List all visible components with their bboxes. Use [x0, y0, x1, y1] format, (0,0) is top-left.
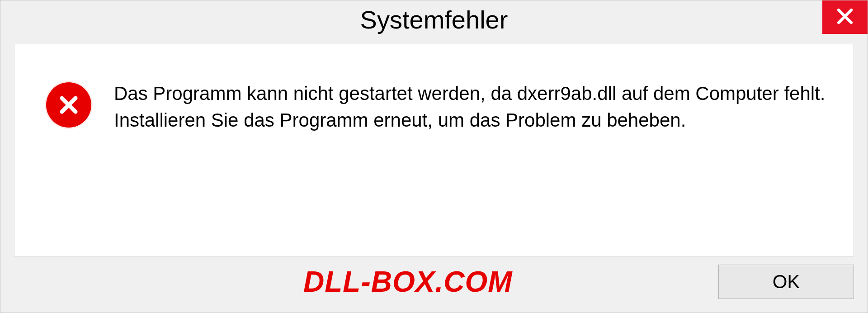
error-message: Das Programm kann nicht gestartet werden… — [114, 81, 826, 134]
error-icon — [46, 82, 91, 128]
content-panel: Das Programm kann nicht gestartet werden… — [14, 44, 854, 256]
dialog-footer: DLL-BOX.COM OK — [0, 265, 868, 313]
ok-button[interactable]: OK — [718, 265, 854, 299]
titlebar: Systemfehler — [0, 0, 868, 44]
error-dialog: Systemfehler Das Programm kann nicht ges… — [0, 0, 868, 313]
watermark-text: DLL-BOX.COM — [303, 265, 513, 299]
dialog-title: Systemfehler — [360, 5, 508, 34]
close-icon — [835, 7, 854, 28]
close-button[interactable] — [822, 0, 868, 34]
